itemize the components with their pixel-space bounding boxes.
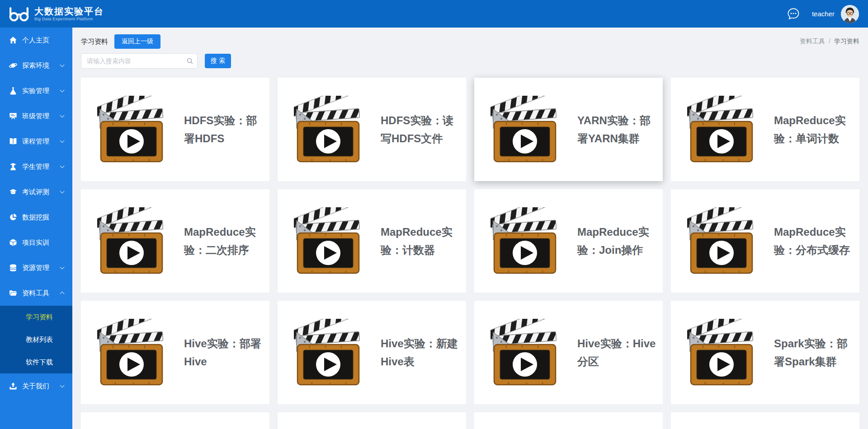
chevron-down-icon (60, 88, 65, 93)
flask-icon (9, 87, 17, 95)
sidebar-item-data-mining[interactable]: 数据挖掘 (0, 205, 72, 230)
sidebar-item-label: 学生管理 (22, 163, 61, 171)
avatar[interactable] (841, 5, 859, 23)
cube-icon (9, 238, 17, 247)
video-card[interactable]: Hive实验：部署Hive (81, 301, 269, 404)
video-title: Hive实验：部署Hive (184, 335, 265, 371)
sidebar-item-label: 班级管理 (22, 112, 61, 121)
video-title: HDFS实验：读写HDFS文件 (381, 112, 462, 148)
video-card-partial[interactable] (474, 412, 663, 429)
chevron-down-icon (60, 383, 65, 388)
video-card[interactable]: HDFS实验：部署HDFS (81, 78, 269, 181)
chevron-down-icon (60, 113, 65, 118)
sidebar-item-label: 个人主页 (22, 36, 65, 45)
folder-icon (9, 289, 17, 297)
upload-icon (9, 382, 17, 390)
sidebar-item-about-us[interactable]: 关于我们 (0, 373, 72, 399)
sidebar-item-class-mgmt[interactable]: 班级管理 (0, 103, 72, 129)
video-title: MapReduce实验：分布式缓存 (774, 223, 855, 259)
video-card[interactable]: Hive实验：新建Hive表 (278, 301, 466, 404)
sidebar-item-label: 实验管理 (22, 87, 61, 95)
video-clapperboard-icon (294, 96, 362, 163)
brand-logo-icon (8, 6, 30, 22)
video-title: MapReduce实验：计数器 (381, 223, 462, 259)
sidebar-item-student-mgmt[interactable]: 学生管理 (0, 154, 72, 179)
video-title: YARN实验：部署YARN集群 (577, 112, 658, 148)
sidebar-item-experiment-mgmt[interactable]: 实验管理 (0, 78, 72, 103)
video-card[interactable]: MapReduce实验：分布式缓存 (671, 189, 859, 293)
breadcrumb: 资料工具/学习资料 (800, 37, 859, 46)
sidebar-item-material-tools[interactable]: 资料工具 (0, 280, 72, 306)
video-clapperboard-icon (294, 319, 362, 387)
top-header: 大数据实验平台 Big Data Experiment Platform tea… (0, 0, 868, 28)
submenu-item-label: 教材列表 (26, 336, 53, 344)
chevron-down-icon (60, 139, 65, 143)
video-card[interactable]: MapReduce实验：计数器 (278, 189, 466, 293)
video-clapperboard-icon (97, 319, 165, 387)
chevron-down-icon (60, 189, 65, 194)
sidebar-item-label: 资源管理 (22, 264, 61, 272)
sidebar-item-label: 考试评测 (22, 188, 61, 196)
video-title: Hive实验：新建Hive表 (381, 335, 462, 371)
video-clapperboard-icon (491, 319, 558, 387)
graduate-icon (9, 163, 17, 171)
video-card[interactable]: Spark实验：部署Spark集群 (671, 301, 859, 404)
chevron-down-icon (60, 265, 65, 270)
video-card[interactable]: Hive实验：Hive分区 (474, 301, 663, 404)
sidebar-item-home[interactable]: 个人主页 (0, 28, 72, 53)
video-card-partial[interactable] (81, 412, 269, 429)
messages-icon[interactable] (787, 7, 800, 21)
back-button[interactable]: 返回上一级 (114, 34, 160, 49)
brand[interactable]: 大数据实验平台 Big Data Experiment Platform (8, 6, 104, 22)
toolbar: 学习资料 返回上一级 资料工具/学习资料 (72, 28, 868, 49)
video-card-partial[interactable] (671, 412, 859, 429)
database-icon (9, 264, 17, 272)
breadcrumb-current: 学习资料 (834, 37, 859, 45)
pie-chart-icon (9, 213, 17, 221)
sidebar-item-exam-eval[interactable]: 考试评测 (0, 179, 72, 205)
username: teacher (812, 10, 835, 18)
search-button[interactable]: 搜 索 (205, 54, 231, 68)
video-card-partial[interactable] (278, 412, 466, 429)
video-card[interactable]: MapReduce实验：Join操作 (474, 189, 663, 293)
video-clapperboard-icon (687, 319, 755, 387)
sidebar-item-label: 课程管理 (22, 137, 61, 146)
submenu-item-software-download[interactable]: 软件下载 (0, 351, 72, 373)
video-title: Hive实验：Hive分区 (577, 335, 658, 371)
chevron-down-icon (60, 164, 65, 168)
sidebar-item-project-training[interactable]: 项目实训 (0, 230, 72, 255)
sidebar-item-label: 关于我们 (22, 382, 61, 391)
sidebar-item-explore-env[interactable]: 探索环境 (0, 53, 72, 78)
sidebar-item-label: 资料工具 (22, 289, 61, 298)
mortarboard-icon (9, 188, 17, 196)
breadcrumb-parent[interactable]: 资料工具 (800, 37, 825, 45)
video-clapperboard-icon (97, 96, 165, 163)
video-title: MapReduce实验：单词计数 (774, 112, 855, 148)
video-clapperboard-icon (687, 207, 755, 275)
main-content: 学习资料 返回上一级 资料工具/学习资料 搜 索 HDFS实 (72, 28, 868, 429)
video-card[interactable]: MapReduce实验：单词计数 (671, 78, 859, 181)
video-clapperboard-icon (687, 96, 755, 163)
video-clapperboard-icon (97, 207, 165, 275)
video-card[interactable]: YARN实验：部署YARN集群 (474, 78, 663, 181)
video-card[interactable]: HDFS实验：读写HDFS文件 (278, 78, 466, 181)
video-title: Spark实验：部署Spark集群 (774, 335, 855, 371)
video-card[interactable]: MapReduce实验：二次排序 (81, 189, 269, 293)
submenu-item-label: 软件下载 (26, 358, 53, 367)
sidebar-item-label: 数据挖掘 (22, 213, 65, 222)
sidebar-item-label: 项目实训 (22, 238, 65, 247)
submenu-item-textbook-list[interactable]: 教材列表 (0, 328, 72, 351)
material-tools-submenu: 学习资料 教材列表 软件下载 (0, 306, 72, 373)
video-clapperboard-icon (294, 207, 362, 275)
search-icon (186, 57, 193, 65)
breadcrumb-separator: / (829, 37, 830, 45)
sidebar-item-course-mgmt[interactable]: 课程管理 (0, 129, 72, 154)
search-input[interactable] (81, 53, 198, 69)
video-title: HDFS实验：部署HDFS (184, 112, 265, 148)
video-title: MapReduce实验：二次排序 (184, 223, 265, 259)
submenu-item-learning-materials[interactable]: 学习资料 (0, 306, 72, 328)
chevron-down-icon (60, 63, 65, 67)
sidebar: 个人主页 探索环境 实验管理 (0, 28, 72, 429)
sidebar-item-resource-mgmt[interactable]: 资源管理 (0, 255, 72, 280)
submenu-item-label: 学习资料 (26, 313, 53, 322)
